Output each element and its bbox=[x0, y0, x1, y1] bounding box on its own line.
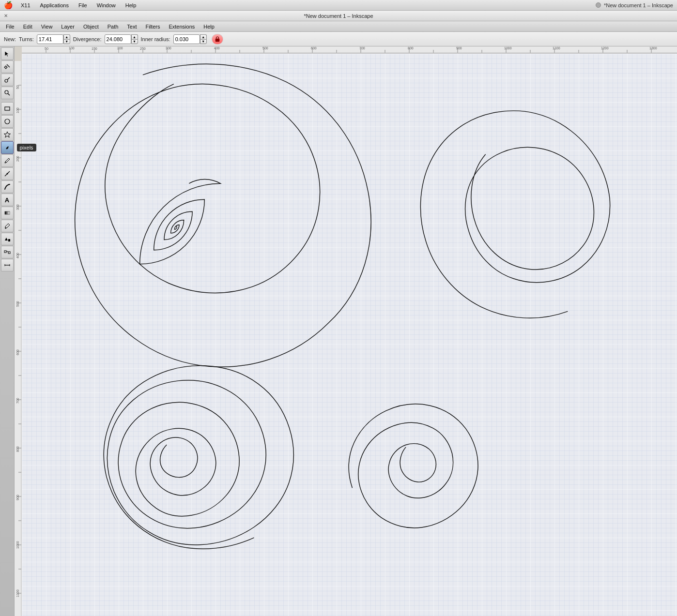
svg-rect-0 bbox=[215, 39, 219, 42]
extensions-menu[interactable]: Extensions bbox=[165, 23, 199, 30]
svg-text:200: 200 bbox=[16, 156, 19, 162]
divergence-spinner[interactable]: ▲ ▼ bbox=[105, 34, 138, 44]
svg-rect-15 bbox=[4, 251, 6, 253]
svg-text:1200: 1200 bbox=[601, 46, 609, 50]
divergence-label: Divergence: bbox=[73, 36, 102, 42]
star-tool-btn[interactable] bbox=[1, 128, 14, 141]
window-menu[interactable]: Window bbox=[95, 2, 118, 9]
inner-radius-arrows[interactable]: ▲ ▼ bbox=[200, 34, 207, 44]
horizontal-ruler: 50 100 150 200 250 300 400 500 600 700 8… bbox=[22, 46, 677, 54]
dropper-tool-btn[interactable] bbox=[1, 220, 14, 232]
svg-point-13 bbox=[5, 227, 6, 228]
help-menu-sys[interactable]: Help bbox=[123, 2, 138, 9]
inner-radius-down[interactable]: ▼ bbox=[200, 39, 207, 44]
svg-line-10 bbox=[5, 162, 6, 163]
svg-text:1100: 1100 bbox=[553, 46, 560, 50]
inkscape-menubar: File Edit View Layer Object Path Text Fi… bbox=[0, 21, 677, 32]
object-menu[interactable]: Object bbox=[79, 23, 103, 30]
window-title: *New document 1 – Inkscape bbox=[604, 2, 673, 8]
divergence-input[interactable] bbox=[105, 34, 131, 44]
circle-tool-btn[interactable] bbox=[1, 115, 14, 128]
svg-rect-2 bbox=[4, 66, 7, 69]
svg-text:100: 100 bbox=[16, 107, 19, 113]
divergence-down[interactable]: ▼ bbox=[131, 39, 138, 44]
toolbox: pixels A bbox=[0, 46, 15, 616]
divergence-arrows[interactable]: ▲ ▼ bbox=[131, 34, 138, 44]
filters-menu[interactable]: Filters bbox=[142, 23, 164, 30]
svg-text:100: 100 bbox=[69, 46, 75, 50]
view-menu[interactable]: View bbox=[37, 23, 57, 30]
select-tool-btn[interactable] bbox=[1, 47, 14, 60]
file-menu[interactable]: File bbox=[2, 23, 18, 30]
turns-up[interactable]: ▲ bbox=[63, 34, 70, 39]
svg-text:1000: 1000 bbox=[16, 541, 19, 549]
inner-radius-input[interactable] bbox=[173, 34, 200, 44]
svg-text:700: 700 bbox=[16, 398, 19, 404]
spiral-tool-btn[interactable]: pixels bbox=[1, 141, 14, 154]
spiral-2 bbox=[420, 111, 610, 318]
fill-tool-btn[interactable] bbox=[1, 233, 14, 245]
svg-text:500: 500 bbox=[16, 301, 19, 307]
svg-text:1100: 1100 bbox=[16, 589, 19, 597]
turns-input[interactable] bbox=[37, 34, 63, 44]
svg-rect-7 bbox=[5, 107, 10, 110]
svg-text:250: 250 bbox=[140, 47, 146, 50]
inner-radius-spinner[interactable]: ▲ ▼ bbox=[173, 34, 207, 44]
turns-arrows[interactable]: ▲ ▼ bbox=[63, 34, 70, 44]
canvas-wrapper[interactable]: 50 100 200 300 400 500 bbox=[15, 54, 677, 616]
svg-point-11 bbox=[6, 173, 8, 175]
inner-radius-up[interactable]: ▲ bbox=[200, 34, 207, 39]
file-menu-sys[interactable]: File bbox=[77, 2, 89, 9]
spiral-top-left bbox=[140, 180, 221, 264]
svg-text:50: 50 bbox=[16, 85, 19, 89]
app-close-btn[interactable]: ✕ bbox=[4, 13, 8, 18]
svg-line-6 bbox=[8, 93, 10, 95]
svg-text:300: 300 bbox=[16, 204, 19, 210]
apple-logo[interactable]: 🍎 bbox=[4, 1, 13, 10]
pen-tool-btn[interactable] bbox=[1, 167, 14, 180]
turns-label: Turns: bbox=[19, 36, 34, 42]
svg-rect-64 bbox=[15, 61, 22, 616]
applications-menu[interactable]: Applications bbox=[38, 2, 71, 9]
layer-menu[interactable]: Layer bbox=[57, 23, 78, 30]
svg-point-8 bbox=[5, 119, 10, 124]
vertical-ruler: 50 100 200 300 400 500 bbox=[15, 61, 22, 616]
pencil-tool-btn[interactable] bbox=[1, 154, 14, 167]
lock-button[interactable] bbox=[212, 34, 223, 45]
svg-text:1300: 1300 bbox=[649, 46, 657, 50]
node-tool-btn[interactable] bbox=[1, 60, 14, 73]
turns-spinner[interactable]: ▲ ▼ bbox=[37, 34, 70, 44]
main-workspace: pixels A bbox=[0, 46, 677, 616]
turns-down[interactable]: ▼ bbox=[63, 39, 70, 44]
svg-rect-12 bbox=[5, 211, 10, 214]
spiral-3 bbox=[104, 366, 293, 549]
measure-tool-btn[interactable] bbox=[1, 259, 14, 271]
zoom-tool-btn[interactable] bbox=[1, 87, 14, 99]
text-menu[interactable]: Text bbox=[123, 23, 140, 30]
divergence-up[interactable]: ▲ bbox=[131, 34, 138, 39]
path-menu[interactable]: Path bbox=[104, 23, 123, 30]
svg-text:900: 900 bbox=[16, 495, 19, 500]
svg-rect-16 bbox=[8, 252, 10, 254]
svg-text:300: 300 bbox=[166, 46, 171, 50]
svg-point-5 bbox=[5, 90, 8, 94]
spirals-canvas[interactable] bbox=[22, 54, 677, 616]
window-close-btn[interactable] bbox=[596, 2, 601, 8]
gradient-tool-btn[interactable] bbox=[1, 207, 14, 219]
text-tool-btn[interactable]: A bbox=[1, 194, 14, 206]
edit-menu[interactable]: Edit bbox=[19, 23, 36, 30]
svg-marker-1 bbox=[5, 51, 9, 57]
svg-text:600: 600 bbox=[311, 46, 317, 50]
titlebar-right: *New document 1 – Inkscape bbox=[596, 2, 673, 8]
connector-tool-btn[interactable] bbox=[1, 246, 14, 258]
help-menu[interactable]: Help bbox=[200, 23, 218, 30]
tweak-tool-btn[interactable] bbox=[1, 74, 14, 86]
svg-text:600: 600 bbox=[16, 349, 19, 355]
x11-menu[interactable]: X11 bbox=[19, 2, 32, 9]
app-title: *New document 1 – Inkscape bbox=[304, 13, 373, 19]
svg-text:800: 800 bbox=[16, 446, 19, 452]
svg-text:50: 50 bbox=[45, 47, 48, 50]
calligraphy-tool-btn[interactable] bbox=[1, 180, 14, 193]
svg-rect-14 bbox=[8, 239, 10, 241]
rect-tool-btn[interactable] bbox=[1, 102, 14, 115]
